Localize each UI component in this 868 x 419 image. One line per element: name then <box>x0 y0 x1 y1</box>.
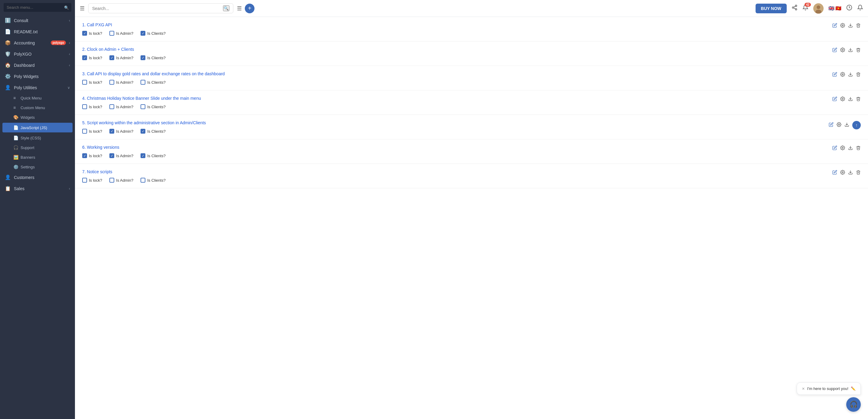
script-title-link[interactable]: 2. Clock on Admin + Clients <box>82 47 134 52</box>
delete-icon[interactable] <box>856 96 861 102</box>
svg-point-15 <box>842 98 843 99</box>
sidebar-item-style-css[interactable]: 📄 Style (CSS) <box>0 133 75 143</box>
sidebar-item-polyxgo[interactable]: 🛡️ PolyXGO ‹ <box>0 48 75 60</box>
chat-open-button[interactable]: 🎧 <box>846 397 861 412</box>
svg-point-17 <box>838 124 840 125</box>
download-icon[interactable] <box>848 23 853 29</box>
script-title-link[interactable]: 7. Notice scripts <box>82 169 113 174</box>
download-icon[interactable] <box>848 96 853 102</box>
is-lock-checkbox[interactable] <box>82 129 87 133</box>
sidebar-item-customers[interactable]: 👤 Customers <box>0 172 75 183</box>
delete-icon[interactable] <box>856 48 861 54</box>
is-lock-checkbox[interactable] <box>82 80 87 85</box>
edit-icon[interactable] <box>832 145 837 151</box>
is-clients-checkbox[interactable] <box>141 129 145 133</box>
download-icon[interactable] <box>844 122 849 128</box>
is-lock-label: Is lock? <box>89 154 102 158</box>
is-clients-checkbox[interactable] <box>141 178 145 183</box>
clock-icon[interactable] <box>846 4 852 12</box>
chevron-icon: ‹ <box>69 41 70 45</box>
user-avatar[interactable] <box>813 3 824 13</box>
sidebar-item-dashboard[interactable]: 🏠 Dashboard ‹ <box>0 60 75 71</box>
delete-icon[interactable] <box>856 170 861 176</box>
sidebar-item-quick-menu[interactable]: ≡ Quick Menu <box>0 93 75 103</box>
script-title-link[interactable]: 3. Call API to display gold rates and do… <box>82 71 225 76</box>
settings-icon: ⚙️ <box>13 164 18 169</box>
edit-icon[interactable] <box>832 170 837 176</box>
download-icon[interactable] <box>848 170 853 176</box>
edit-icon[interactable] <box>832 96 837 102</box>
edit-icon[interactable] <box>829 122 834 128</box>
script-title-link[interactable]: 4. Christmas Holiday Notice Banner Slide… <box>82 96 201 101</box>
download-icon[interactable] <box>848 145 853 151</box>
is-lock-checkbox[interactable] <box>82 178 87 183</box>
hamburger-icon[interactable]: ☰ <box>80 5 85 12</box>
is-admin-checkbox[interactable] <box>110 153 114 158</box>
edit-icon[interactable] <box>832 23 837 29</box>
is-clients-checkbox[interactable] <box>141 153 145 158</box>
download-icon[interactable] <box>848 72 853 78</box>
is-clients-checkbox[interactable] <box>141 104 145 109</box>
delete-icon[interactable] <box>856 72 861 78</box>
is-clients-checkbox[interactable] <box>141 55 145 60</box>
sidebar-search-wrap: 🔍 <box>0 0 75 15</box>
settings-gear-icon[interactable] <box>840 145 845 151</box>
is-lock-checkbox[interactable] <box>82 104 87 109</box>
chat-close-button[interactable]: ✕ <box>802 387 805 391</box>
script-title-link[interactable]: 1. Call PXG API <box>82 22 112 27</box>
settings-gear-icon[interactable] <box>840 96 845 102</box>
sidebar-item-consult[interactable]: ℹ️ Consult ‹ <box>0 15 75 26</box>
is-clients-checkbox[interactable] <box>141 80 145 85</box>
language-flags[interactable]: 🇬🇧 🇻🇳 <box>829 5 841 11</box>
is-clients-label: Is Clients? <box>147 129 166 133</box>
topbar-search-input[interactable] <box>92 6 221 11</box>
is-clients-checkbox[interactable] <box>141 31 145 36</box>
is-lock-checkbox[interactable] <box>82 153 87 158</box>
sidebar-item-support[interactable]: 🎧 Support <box>0 143 75 152</box>
share-icon[interactable] <box>792 4 798 12</box>
bell-icon[interactable] <box>857 4 863 12</box>
add-button[interactable]: + <box>245 4 254 13</box>
search-button[interactable]: 🔍 <box>223 5 229 11</box>
sidebar-item-banners[interactable]: 🖼️ Banners <box>0 152 75 162</box>
delete-icon[interactable] <box>856 23 861 29</box>
sidebar-item-widgets[interactable]: 🎨 Widgets <box>0 113 75 122</box>
settings-gear-icon[interactable] <box>840 170 845 176</box>
is-admin-checkbox[interactable] <box>110 129 114 133</box>
is-admin-checkbox[interactable] <box>110 31 114 36</box>
chevron-icon: ‹ <box>69 52 70 56</box>
edit-icon[interactable] <box>832 72 837 78</box>
settings-gear-icon[interactable] <box>840 48 845 54</box>
is-admin-checkbox[interactable] <box>110 178 114 183</box>
sidebar-item-poly-widgets[interactable]: ⚙️ Poly Widgets <box>0 71 75 82</box>
chat-edit-icon[interactable]: ✏️ <box>851 386 856 391</box>
is-admin-label: Is Admin? <box>116 154 133 158</box>
settings-gear-icon[interactable] <box>840 72 845 78</box>
sidebar-item-sales[interactable]: 📋 Sales ‹ <box>0 183 75 194</box>
is-lock-checkbox[interactable] <box>82 55 87 60</box>
script-title-link[interactable]: 5. Script working within the administrat… <box>82 120 206 125</box>
sidebar-search-input[interactable] <box>4 3 71 12</box>
sidebar-item-javascript[interactable]: 📄 JavaScript (JS) <box>2 123 72 132</box>
sidebar-item-custom-menu[interactable]: ≡ Custom Menu <box>0 103 75 113</box>
sidebar-item-readme[interactable]: 📄 README.txt <box>0 26 75 37</box>
is-admin-checkbox[interactable] <box>110 55 114 60</box>
is-admin-checkbox[interactable] <box>110 80 114 85</box>
is-admin-checkbox[interactable] <box>110 104 114 109</box>
menu-lines-icon[interactable]: ☰ <box>237 5 242 12</box>
upload-button[interactable]: ↑ <box>852 121 861 129</box>
buy-now-button[interactable]: BUY NOW <box>755 4 787 13</box>
script-title-link[interactable]: 6. Working versions <box>82 145 119 150</box>
is-admin-label: Is Admin? <box>116 80 133 85</box>
sidebar-item-accounting[interactable]: 📦 Accounting polyxgo ‹ <box>0 37 75 48</box>
sidebar-item-poly-utilities[interactable]: 👤 Poly Utilities ∨ <box>0 82 75 93</box>
download-icon[interactable] <box>848 48 853 54</box>
is-lock-checkbox[interactable] <box>82 31 87 36</box>
edit-icon[interactable] <box>832 48 837 54</box>
settings-gear-icon[interactable] <box>840 23 845 29</box>
sidebar-item-settings[interactable]: ⚙️ Settings <box>0 162 75 172</box>
delete-icon[interactable] <box>856 145 861 151</box>
notifications-icon[interactable]: 42 <box>802 4 808 12</box>
settings-gear-icon[interactable] <box>837 122 841 128</box>
script-right <box>832 145 861 151</box>
